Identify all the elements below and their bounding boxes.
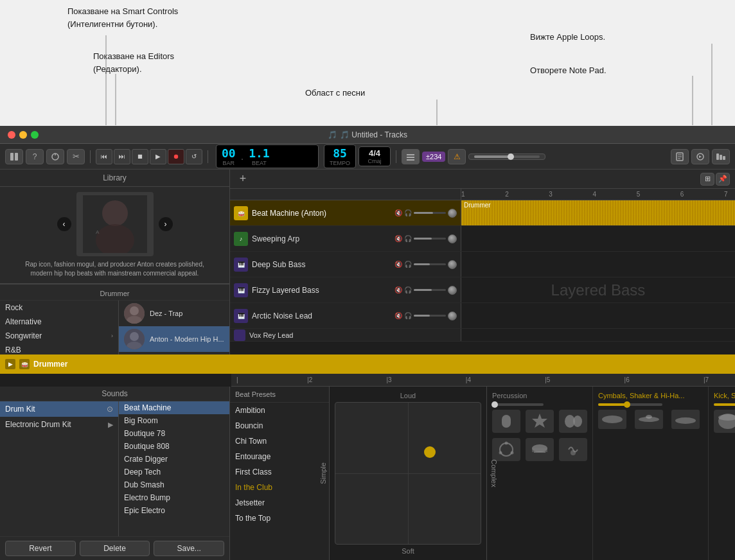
track-content-4[interactable]: Layered Bass — [461, 277, 735, 302]
volume-thumb[interactable] — [508, 153, 514, 160]
window-controls[interactable] — [8, 131, 39, 139]
track-content-6[interactable] — [461, 329, 735, 341]
cymbals-slider-thumb[interactable] — [624, 401, 630, 408]
rewind-button[interactable]: ⏮ — [96, 149, 112, 164]
beat-xy-pad[interactable]: Simple Complex — [335, 402, 481, 545]
percussion-slider-track[interactable] — [492, 403, 544, 406]
genre-rock[interactable]: Rock — [0, 301, 118, 315]
fast-forward-button[interactable]: ⏭ — [114, 149, 130, 164]
hi-hat-closed-icon[interactable] — [598, 410, 626, 429]
track-content-1[interactable]: Drummer — [461, 200, 735, 225]
instrument-shaker[interactable] — [492, 410, 520, 433]
instrument-tambourine[interactable] — [492, 438, 520, 461]
editors-button[interactable] — [402, 149, 420, 164]
headphone-icon-4[interactable]: 🎧 — [404, 286, 412, 293]
key-display[interactable]: 4/4 Cmaj — [359, 146, 391, 166]
crash-cymbal-icon[interactable] — [635, 410, 663, 429]
preset-bouncin[interactable]: Bouncin — [230, 418, 329, 433]
preset-electro-bump[interactable]: Electro Bump — [119, 491, 229, 504]
preset-epic-electro[interactable]: Epic Electro — [119, 504, 229, 517]
volume-slider-track[interactable] — [474, 155, 540, 158]
preset-chi-town[interactable]: Chi Town — [230, 433, 329, 449]
headphone-icon-5[interactable]: 🎧 — [404, 312, 412, 319]
instrument-star[interactable] — [526, 410, 554, 433]
save-button[interactable]: Save... — [154, 541, 224, 556]
track-knob-3[interactable] — [448, 260, 457, 269]
xy-dot[interactable] — [424, 446, 436, 458]
track-volume-1[interactable] — [414, 212, 446, 214]
position-display[interactable]: 00 BAR . 1.1 BEAT — [216, 144, 319, 168]
record-button[interactable]: ⏺ — [168, 149, 184, 164]
drummer-editor-icon[interactable]: 🥁 — [19, 359, 30, 369]
track-volume-5[interactable] — [414, 315, 446, 317]
cymbals-slider-track[interactable] — [598, 403, 662, 406]
track-volume-2[interactable] — [414, 238, 446, 240]
preset-crate-digger[interactable]: Crate Digger — [119, 453, 229, 466]
artist-dez[interactable]: Dez - Trap — [119, 301, 229, 326]
headphone-icon-2[interactable]: 🎧 — [404, 235, 412, 242]
add-track-button[interactable]: + — [235, 171, 251, 187]
maximize-button[interactable] — [31, 131, 39, 139]
track-knob-2[interactable] — [448, 234, 457, 243]
instrument-bongos[interactable] — [559, 410, 587, 433]
electronic-drum-kit-item[interactable]: Electronic Drum Kit ▶ — [0, 417, 118, 432]
track-content-3[interactable] — [461, 252, 735, 277]
mute-icon-3[interactable]: 🔇 — [394, 261, 402, 268]
kick-drum-icon[interactable] — [714, 410, 735, 433]
track-volume-4[interactable] — [414, 289, 446, 291]
preset-in-the-club[interactable]: In the Club — [230, 480, 329, 495]
artist-anton[interactable]: Anton - Modern Hip H... — [119, 326, 229, 352]
preset-ambition[interactable]: Ambition — [230, 403, 329, 418]
tracks-pin-button[interactable]: 📌 — [716, 173, 730, 186]
ride-cymbal-icon[interactable] — [671, 410, 700, 429]
track-knob-4[interactable] — [448, 286, 457, 295]
drum-kit-item[interactable]: Drum Kit ⊙ — [0, 401, 118, 417]
tempo-display[interactable]: 85 TEMPO — [324, 144, 356, 168]
preset-boutique-78[interactable]: Boutique 78 — [119, 427, 229, 440]
mute-icon-1[interactable]: 🔇 — [394, 209, 402, 216]
close-button[interactable] — [8, 131, 15, 139]
track-content-5[interactable] — [461, 303, 735, 328]
counter-badge[interactable]: ±234 — [422, 152, 445, 162]
headphone-icon-1[interactable]: 🎧 — [404, 209, 412, 216]
revert-button[interactable]: Revert — [5, 541, 76, 556]
smart-controls-button[interactable] — [46, 149, 64, 164]
next-artist-button[interactable]: › — [159, 217, 173, 231]
stop-button[interactable]: ⏹ — [132, 149, 148, 164]
scissors-button[interactable]: ✂ — [67, 149, 85, 164]
preset-to-the-top[interactable]: To the Top — [230, 511, 329, 526]
minimize-button[interactable] — [19, 131, 27, 139]
tracks-zoom-button[interactable]: ⊞ — [700, 173, 714, 186]
kick-slider-track[interactable] — [714, 403, 735, 406]
drummer-editor-loop-icon[interactable]: ▶ — [5, 359, 15, 369]
help-button[interactable]: ? — [26, 149, 44, 164]
metronome-button[interactable]: ⚠ — [448, 149, 466, 164]
track-knob-5[interactable] — [448, 311, 457, 320]
preset-boutique-808[interactable]: Boutique 808 — [119, 440, 229, 453]
track-content-2[interactable] — [461, 226, 735, 251]
genre-alternative[interactable]: Alternative — [0, 315, 118, 329]
genre-songwriter[interactable]: Songwriter › — [0, 329, 118, 343]
headphone-icon-3[interactable]: 🎧 — [404, 261, 412, 268]
percussion-slider-thumb[interactable] — [491, 401, 498, 408]
library-button[interactable] — [5, 149, 23, 164]
loop-browser-button[interactable] — [691, 149, 709, 164]
mute-icon-4[interactable]: 🔇 — [394, 286, 402, 293]
preset-deep-tech[interactable]: Deep Tech — [119, 466, 229, 478]
preset-dub-smash[interactable]: Dub Smash — [119, 478, 229, 491]
track-volume-3[interactable] — [414, 263, 446, 265]
play-button[interactable]: ▶ — [150, 149, 166, 164]
preset-big-room[interactable]: Big Room — [119, 414, 229, 427]
preset-entourage[interactable]: Entourage — [230, 449, 329, 464]
delete-button[interactable]: Delete — [80, 541, 150, 556]
apple-loops-button[interactable] — [712, 149, 730, 164]
mute-icon-2[interactable]: 🔇 — [394, 235, 402, 242]
instrument-clap[interactable] — [559, 438, 587, 461]
preset-first-class[interactable]: First Class — [230, 464, 329, 480]
preset-jetsetter[interactable]: Jetsetter — [230, 495, 329, 511]
prev-artist-button[interactable]: ‹ — [57, 217, 71, 231]
preset-beat-machine[interactable]: Beat Machine — [119, 401, 229, 414]
notepad-button[interactable] — [671, 149, 689, 164]
mute-icon-5[interactable]: 🔇 — [394, 312, 402, 319]
master-volume[interactable] — [468, 153, 545, 160]
